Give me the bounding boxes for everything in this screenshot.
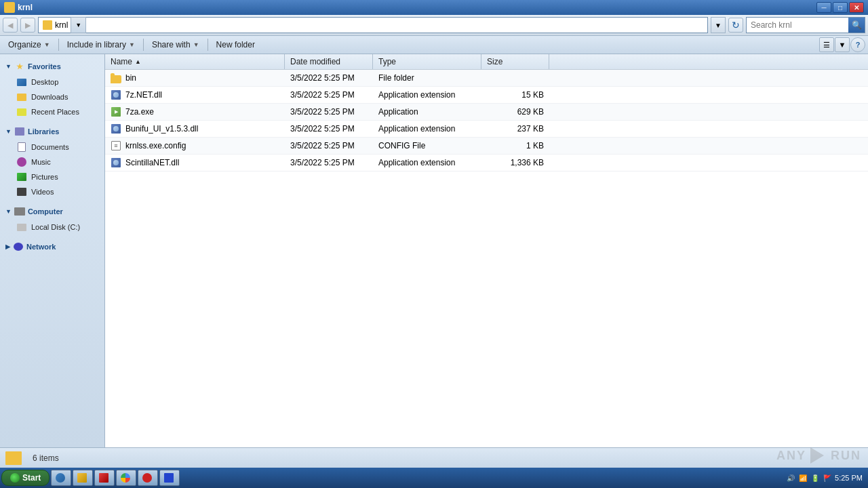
- network-icon: [13, 241, 24, 252]
- file-date: 3/5/2022 5:25 PM: [285, 155, 373, 170]
- column-date[interactable]: Date modified: [285, 54, 373, 69]
- table-row[interactable]: 7za.exe 3/5/2022 5:25 PM Application 629…: [105, 104, 868, 121]
- sidebar: ▼ ★ Favorites Desktop Downloads Recent P…: [0, 54, 105, 447]
- start-label: Start: [22, 473, 41, 483]
- sidebar-item-recent[interactable]: Recent Places: [0, 104, 104, 119]
- file-icon: [111, 140, 121, 151]
- sidebar-item-music[interactable]: Music: [0, 155, 104, 169]
- new-folder-button[interactable]: New folder: [211, 37, 260, 52]
- favorites-label: Favorites: [28, 62, 61, 70]
- file-name-cell: bin: [105, 70, 285, 86]
- table-row[interactable]: bin 3/5/2022 5:25 PM File folder: [105, 70, 868, 87]
- file-date: 3/5/2022 5:25 PM: [285, 138, 373, 153]
- file-icon: [111, 106, 121, 117]
- share-with-button[interactable]: Share with ▼: [146, 37, 205, 52]
- sidebar-item-downloads[interactable]: Downloads: [0, 89, 104, 104]
- table-row[interactable]: ScintillaNET.dll 3/5/2022 5:25 PM Applic…: [105, 155, 868, 171]
- explorer-icon: [77, 473, 87, 483]
- drive-icon: [16, 222, 27, 232]
- start-button[interactable]: Start: [1, 470, 50, 486]
- taskbar-red[interactable]: [138, 470, 158, 486]
- file-type: Application extension: [373, 87, 481, 102]
- dll-icon: [111, 124, 121, 134]
- file-size: 1 KB: [481, 138, 549, 153]
- taskbar-explorer[interactable]: [73, 470, 93, 486]
- organize-button[interactable]: Organize ▼: [3, 37, 56, 52]
- tray-icon-battery[interactable]: 🔋: [810, 473, 820, 483]
- close-button[interactable]: ✕: [849, 2, 864, 13]
- search-input[interactable]: [747, 18, 848, 33]
- view-controls: ☰ ▼ ?: [819, 37, 865, 52]
- sidebar-item-local-disk[interactable]: Local Disk (C:): [0, 220, 104, 235]
- view-arrow-button[interactable]: ▼: [835, 37, 850, 52]
- sidebar-section-favorites[interactable]: ▼ ★ Favorites: [0, 58, 104, 75]
- toolbar-separator-3: [208, 39, 208, 51]
- libraries-icon: [14, 126, 25, 137]
- taskbar-blue[interactable]: [159, 470, 180, 486]
- ie-icon: [56, 473, 65, 483]
- taskbar-ie[interactable]: [51, 470, 71, 486]
- config-icon: [111, 141, 121, 150]
- pictures-icon: [16, 171, 27, 182]
- sidebar-section-libraries[interactable]: ▼ Libraries: [0, 123, 104, 140]
- taskbar-chrome[interactable]: [116, 470, 136, 486]
- taskbar: Start 🔊 📶 🔋 🚩 5:25 PM: [0, 468, 868, 488]
- sidebar-item-pictures[interactable]: Pictures: [0, 169, 104, 184]
- videos-icon: [16, 186, 27, 197]
- chrome-icon: [121, 473, 130, 483]
- red-app-icon: [142, 473, 152, 483]
- forward-button[interactable]: ▶: [20, 18, 35, 33]
- tray-icon-network[interactable]: 📶: [798, 473, 808, 483]
- recent-icon: [16, 106, 27, 117]
- file-date: 3/5/2022 5:25 PM: [285, 87, 373, 102]
- main-layout: ▼ ★ Favorites Desktop Downloads Recent P…: [0, 54, 868, 447]
- tray-time: 5:25 PM: [835, 474, 863, 482]
- address-dropdown[interactable]: ▼: [711, 17, 726, 33]
- file-rows: bin 3/5/2022 5:25 PM File folder 7z.NET.…: [105, 70, 868, 171]
- toolbar-separator-1: [58, 39, 59, 51]
- file-name-cell: ScintillaNET.dll: [105, 155, 285, 171]
- address-chevron[interactable]: ▼: [71, 17, 86, 33]
- tray-icon-flag[interactable]: 🚩: [823, 473, 832, 483]
- maximize-button[interactable]: □: [833, 2, 848, 13]
- sidebar-section-computer[interactable]: ▼ Computer: [0, 203, 104, 220]
- table-row[interactable]: Bunifu_UI_v1.5.3.dll 3/5/2022 5:25 PM Ap…: [105, 121, 868, 138]
- exe-icon: [111, 107, 121, 117]
- file-icon: [111, 123, 121, 134]
- title-bar: krnl ─ □ ✕: [0, 0, 868, 15]
- refresh-button[interactable]: ↻: [728, 18, 743, 33]
- sidebar-item-recent-label: Recent Places: [31, 108, 79, 116]
- back-button[interactable]: ◀: [3, 18, 18, 33]
- file-icon: [111, 157, 121, 168]
- address-folder-icon: [43, 20, 52, 30]
- sidebar-item-documents-label: Documents: [31, 143, 69, 151]
- table-row[interactable]: 7z.NET.dll 3/5/2022 5:25 PM Application …: [105, 87, 868, 104]
- sidebar-item-desktop-label: Desktop: [31, 78, 58, 86]
- address-bar[interactable]: krnl ▼: [38, 17, 708, 33]
- help-button[interactable]: ?: [850, 37, 865, 52]
- table-row[interactable]: krnlss.exe.config 3/5/2022 5:25 PM CONFI…: [105, 138, 868, 155]
- sidebar-item-documents[interactable]: Documents: [0, 140, 104, 155]
- sidebar-item-desktop[interactable]: Desktop: [0, 75, 104, 89]
- tray-icon-volume[interactable]: 🔊: [786, 473, 795, 483]
- view-change-button[interactable]: ☰: [819, 37, 834, 52]
- file-name: 7za.exe: [125, 107, 154, 117]
- taskbar-media[interactable]: [94, 470, 115, 486]
- blue-app-icon: [164, 473, 174, 483]
- column-name[interactable]: Name ▲: [105, 54, 285, 69]
- sidebar-section-network[interactable]: ▶ Network: [0, 239, 104, 255]
- sidebar-item-pictures-label: Pictures: [31, 173, 58, 181]
- minimize-button[interactable]: ─: [816, 2, 831, 13]
- toolbar-separator-2: [143, 39, 144, 51]
- sidebar-item-videos[interactable]: Videos: [0, 184, 104, 199]
- file-name-cell: krnlss.exe.config: [105, 138, 285, 154]
- column-size[interactable]: Size: [481, 54, 549, 69]
- folder-icon: [111, 75, 121, 83]
- music-icon: [16, 157, 27, 167]
- file-size: 237 KB: [481, 121, 549, 136]
- window-controls: ─ □ ✕: [816, 2, 864, 13]
- command-toolbar: Organize ▼ Include in library ▼ Share wi…: [0, 36, 868, 54]
- search-button[interactable]: 🔍: [848, 18, 865, 33]
- column-type[interactable]: Type: [373, 54, 481, 69]
- include-library-button[interactable]: Include in library ▼: [62, 37, 140, 52]
